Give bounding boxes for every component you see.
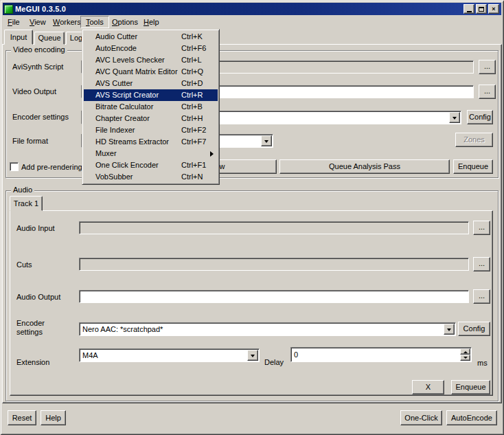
cuts-label: Cuts (16, 260, 32, 269)
audio-output-label: Audio Output (16, 293, 60, 302)
menu-item-label: HD Streams Extractor (95, 136, 169, 148)
audio-encoder-settings-value: Nero AAC: *scratchpad* (82, 324, 442, 335)
file-format-label: File format (12, 137, 48, 146)
menu-item-label: AVC Levels Checker (95, 54, 165, 66)
menu-item-avs-script-creator[interactable]: AVS Script Creator Ctrl+R (84, 89, 218, 101)
menu-item-audio-cutter[interactable]: Audio Cutter Ctrl+K (84, 31, 218, 43)
audio-encoder-settings-label: Encoder settings (16, 319, 58, 337)
audio-group-label: Audio (11, 186, 34, 194)
menu-item-label: AVS Script Creator (95, 89, 159, 101)
menu-item-shortcut: Ctrl+N (181, 171, 203, 183)
close-button[interactable]: × (488, 4, 499, 14)
submenu-arrow-icon (210, 151, 214, 157)
reset-button[interactable]: Reset (8, 410, 36, 425)
tab-track-1[interactable]: Track 1 (10, 196, 43, 211)
menu-item-shortcut: Ctrl+R (181, 89, 203, 101)
menu-item-avc-levels-checker[interactable]: AVC Levels Checker Ctrl+L (84, 54, 218, 66)
minimize-button[interactable] (463, 4, 474, 14)
maximize-button[interactable] (476, 4, 487, 14)
delay-field[interactable]: 0 (290, 347, 472, 362)
menu-item-vobsubber[interactable]: VobSubber Ctrl+N (84, 171, 218, 183)
audio-input-label: Audio Input (16, 224, 55, 233)
menu-item-label: File Indexer (95, 124, 135, 136)
video-output-browse-button[interactable]: ... (479, 85, 496, 99)
audio-input-field[interactable] (79, 221, 469, 234)
audio-output-field[interactable] (79, 290, 469, 303)
menu-item-chapter-creator[interactable]: Chapter Creator Ctrl+H (84, 113, 218, 124)
menu-file[interactable]: File (3, 16, 25, 28)
menu-item-file-indexer[interactable]: File Indexer Ctrl+F2 (84, 124, 218, 136)
menu-item-autoencode[interactable]: AutoEncode Ctrl+F6 (84, 43, 218, 54)
video-enqueue-button[interactable]: Enqueue (453, 159, 493, 174)
menu-item-label: AutoEncode (95, 43, 137, 54)
menu-item-hd-streams-extractor[interactable]: HD Streams Extractor Ctrl+F7 (84, 136, 218, 148)
menu-help[interactable]: Help (139, 16, 164, 28)
queue-analysis-pass-button[interactable]: Queue Analysis Pass (279, 159, 450, 174)
tools-menu-popup: Audio Cutter Ctrl+K AutoEncode Ctrl+F6 A… (82, 29, 220, 185)
megui-window: MeGUI 0.3.5.0 × File View Workers Tools … (0, 0, 504, 435)
dropdown-arrow-icon[interactable] (247, 350, 258, 361)
extension-label: Extension (16, 358, 49, 367)
maximize-icon (479, 7, 484, 12)
menu-item-shortcut: Ctrl+K (181, 31, 203, 43)
menu-item-label: One Click Encoder (95, 159, 159, 171)
audio-config-button[interactable]: Config (458, 322, 490, 336)
menu-item-label: Audio Cutter (95, 31, 137, 43)
menu-item-shortcut: Ctrl+H (181, 113, 203, 124)
menu-item-label: Muxer (95, 148, 117, 159)
cuts-field[interactable] (79, 258, 469, 271)
avisynth-browse-button[interactable]: ... (479, 60, 496, 74)
window-title: MeGUI 0.3.5.0 (15, 5, 66, 13)
track-tab-page (10, 210, 493, 396)
menu-item-shortcut: Ctrl+L (181, 54, 202, 66)
app-icon (4, 5, 13, 14)
menu-item-label: Bitrate Calculator (95, 101, 153, 113)
menu-item-avs-cutter[interactable]: AVS Cutter Ctrl+D (84, 78, 218, 89)
tab-input[interactable]: Input (4, 30, 33, 45)
menu-item-shortcut: Ctrl+Q (181, 66, 203, 78)
zones-button: Zones (455, 133, 493, 147)
dropdown-arrow-icon[interactable] (444, 324, 455, 335)
delay-label: Delay (264, 358, 284, 367)
title-bar[interactable]: MeGUI 0.3.5.0 × (3, 3, 501, 15)
close-icon: × (492, 5, 495, 12)
video-encoder-settings-label: Encoder settings (12, 113, 69, 122)
dropdown-arrow-icon[interactable] (261, 135, 272, 146)
cuts-browse-button[interactable]: ... (473, 257, 490, 271)
menu-item-shortcut: Ctrl+D (181, 78, 203, 89)
menu-item-avc-quant-matrix-editor[interactable]: AVC Quant Matrix Editor Ctrl+Q (84, 66, 218, 78)
menu-item-shortcut: Ctrl+F2 (181, 124, 206, 136)
menu-item-label: AVC Quant Matrix Editor (95, 66, 178, 78)
menu-tools[interactable]: Tools (80, 16, 109, 28)
avisynth-script-label: AviSynth Script (12, 63, 63, 71)
delay-value: 0 (294, 350, 298, 359)
prerender-checkbox[interactable] (10, 162, 19, 171)
dropdown-arrow-icon[interactable] (449, 112, 460, 123)
menu-item-shortcut: Ctrl+F1 (181, 159, 206, 171)
one-click-button[interactable]: One-Click (400, 410, 442, 425)
menu-item-bitrate-calculator[interactable]: Bitrate Calculator Ctrl+B (84, 101, 218, 113)
menu-item-shortcut: Ctrl+F7 (181, 136, 206, 148)
audio-output-browse-button[interactable]: ... (473, 289, 490, 304)
audio-input-browse-button[interactable]: ... (473, 221, 490, 235)
menu-item-label: Chapter Creator (95, 113, 150, 124)
menu-item-muxer[interactable]: Muxer (84, 148, 218, 159)
autoencode-button[interactable]: AutoEncode (446, 410, 497, 425)
menu-item-label: VobSubber (95, 171, 133, 183)
extension-combo[interactable]: M4A (79, 348, 260, 362)
menu-view[interactable]: View (25, 16, 51, 28)
audio-remove-track-button[interactable]: X (412, 380, 444, 394)
extension-value: M4A (82, 350, 245, 361)
delay-unit-label: ms (477, 359, 488, 368)
audio-encoder-settings-combo[interactable]: Nero AAC: *scratchpad* (79, 322, 456, 336)
delay-spinner-up[interactable] (460, 348, 470, 355)
audio-enqueue-button[interactable]: Enqueue (451, 380, 490, 394)
menu-item-shortcut: Ctrl+F6 (181, 43, 206, 54)
delay-spinner-down[interactable] (460, 355, 470, 361)
help-button[interactable]: Help (41, 410, 66, 425)
video-config-button[interactable]: Config (467, 110, 493, 124)
menu-item-one-click-encoder[interactable]: One Click Encoder Ctrl+F1 (84, 159, 218, 171)
tab-queue[interactable]: Queue (34, 32, 65, 45)
video-output-label: Video Output (12, 87, 56, 96)
menu-options[interactable]: Options (107, 16, 143, 28)
